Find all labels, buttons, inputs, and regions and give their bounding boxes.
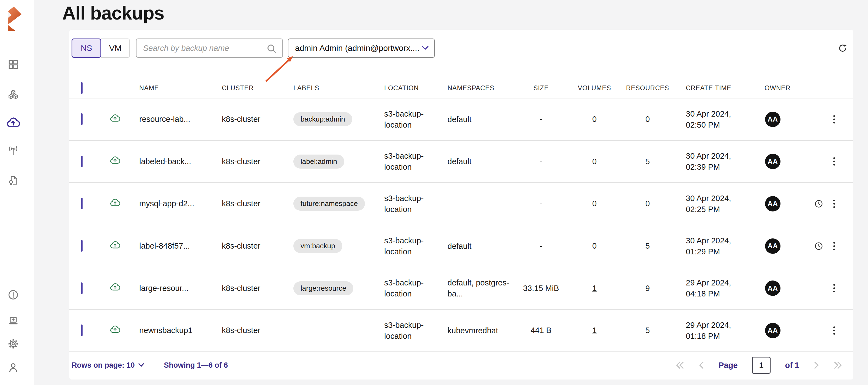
backup-name[interactable]: large-resour... [139,284,222,293]
backups-cloud-upload-icon[interactable] [6,116,20,130]
namespaces-value: default, postgres-ba... [447,277,510,299]
settings-gear-icon[interactable] [7,338,19,350]
col-header-cluster: CLUSTER [222,85,293,92]
backup-name[interactable]: mysql-app-d2... [139,199,222,208]
table-row[interactable]: large-resour... k8s-cluster large:resour… [69,267,853,310]
first-page-icon[interactable] [676,361,684,370]
backup-name[interactable]: newnsbackup1 [139,326,222,335]
owner-avatar: AA [765,154,780,169]
label-chip: future:namespace [293,197,365,211]
size-value: - [512,199,570,208]
resources-value: 0 [619,199,677,208]
cluster-name: k8s-cluster [222,115,293,124]
row-actions-menu-icon[interactable] [831,324,838,337]
cluster-name: k8s-cluster [222,284,293,293]
table-row[interactable]: resource-lab... k8s-cluster backup:admin… [69,98,853,141]
cluster-name: k8s-cluster [222,157,293,166]
resources-value: 5 [619,157,677,166]
showing-count-label: Showing 1—6 of 6 [164,361,228,370]
backup-location: s3-backup-location [384,320,438,342]
profile-user-icon[interactable] [7,361,19,374]
next-page-icon[interactable] [813,361,819,370]
table-header: NAME CLUSTER LABELS LOCATION NAMESPACES … [69,78,853,98]
portworx-logo-icon[interactable] [7,4,27,34]
backup-name[interactable]: labeled-back... [139,157,222,166]
table-row[interactable]: label-848f57... k8s-cluster vm:backup s3… [69,225,853,267]
backup-location: s3-backup-location [384,235,438,257]
search-input[interactable] [143,44,264,53]
volumes-value: 0 [570,157,619,166]
clusters-cubes-icon[interactable] [7,89,19,101]
owner-avatar: AA [765,238,780,254]
row-checkbox[interactable] [81,324,83,336]
toolbar: NS VM admin Admin (admin@portworx.... [71,38,848,58]
size-value: 33.15 MiB [512,284,570,293]
label-chip: label:admin [293,155,344,168]
refresh-icon[interactable] [837,43,848,54]
label-chip: large:resource [293,281,353,295]
volumes-value: 0 [570,242,619,251]
label-chip: backup:admin [293,112,352,126]
page-of-label: of 1 [785,361,799,370]
size-value: - [512,115,570,124]
row-actions-menu-icon[interactable] [831,282,838,294]
support-laptop-icon[interactable] [7,315,19,327]
table-footer: Rows on page: 10 Showing 1—6 of 6 Page o… [71,351,842,380]
create-time-value: 29 Apr 2024, 01:18 PM [677,320,740,342]
create-time-value: 30 Apr 2024, 02:50 PM [677,108,740,130]
page-number-input[interactable] [752,357,771,374]
cluster-name: k8s-cluster [222,199,293,208]
col-header-owner: OWNER [748,85,795,92]
rows-per-page-select[interactable]: Rows on page: 10 [71,361,144,370]
previous-page-icon[interactable] [699,361,704,370]
namespaces-value: kubevmredhat [447,325,510,336]
row-actions-menu-icon[interactable] [831,240,838,252]
row-checkbox[interactable] [81,113,83,125]
table-row[interactable]: newnsbackup1 k8s-cluster s3-backup-locat… [69,310,853,352]
owner-avatar: AA [765,111,780,127]
table-row[interactable]: mysql-app-d2... k8s-cluster future:names… [69,183,853,225]
backup-name[interactable]: resource-lab... [139,115,222,124]
backup-cloud-upload-icon [110,155,121,166]
row-checkbox[interactable] [81,282,83,294]
row-actions-menu-icon[interactable] [831,113,838,126]
volumes-value: 0 [570,115,619,124]
col-header-labels: LABELS [293,85,384,92]
backup-name[interactable]: label-848f57... [139,242,222,251]
row-actions-menu-icon[interactable] [831,197,838,210]
user-filter-dropdown[interactable]: admin Admin (admin@portworx.... [288,38,435,58]
volumes-value[interactable]: 1 [570,284,619,293]
backup-cloud-upload-icon [110,113,121,124]
portworx-backup-app: { "page": { "title": "All backups" }, "s… [0,0,868,385]
alerts-icon[interactable] [7,289,19,301]
page-title: All backups [62,2,164,24]
size-value: - [512,157,570,166]
col-header-size: SIZE [512,85,570,92]
toggle-vm-button[interactable]: VM [101,38,130,58]
backups-panel: NS VM admin Admin (admin@portworx.... NA… [69,30,853,380]
select-all-checkbox[interactable] [81,82,83,94]
row-checkbox[interactable] [81,198,83,209]
backup-cloud-upload-icon [110,197,121,208]
toggle-ns-button[interactable]: NS [71,38,101,58]
volumes-value: 0 [570,199,619,208]
activity-antenna-icon[interactable] [7,145,19,157]
backup-location: s3-backup-location [384,151,438,172]
col-header-volumes: VOLUMES [570,85,619,92]
create-time-value: 29 Apr 2024, 04:18 PM [677,277,740,299]
search-icon [267,43,277,54]
create-time-value: 30 Apr 2024, 02:39 PM [677,151,740,172]
table-row[interactable]: labeled-back... k8s-cluster label:admin … [69,141,853,183]
backup-location: s3-backup-location [384,108,438,130]
col-header-create-time: CREATE TIME [677,85,748,92]
dashboard-grid-icon[interactable] [7,58,19,70]
col-header-resources: RESOURCES [619,85,677,92]
row-actions-menu-icon[interactable] [831,155,838,168]
row-checkbox[interactable] [81,240,83,252]
col-header-location: LOCATION [384,85,447,92]
row-checkbox[interactable] [81,156,83,167]
last-page-icon[interactable] [833,361,842,370]
license-certificate-icon[interactable] [7,174,19,187]
volumes-value[interactable]: 1 [570,326,619,335]
schedule-clock-icon [814,199,824,208]
